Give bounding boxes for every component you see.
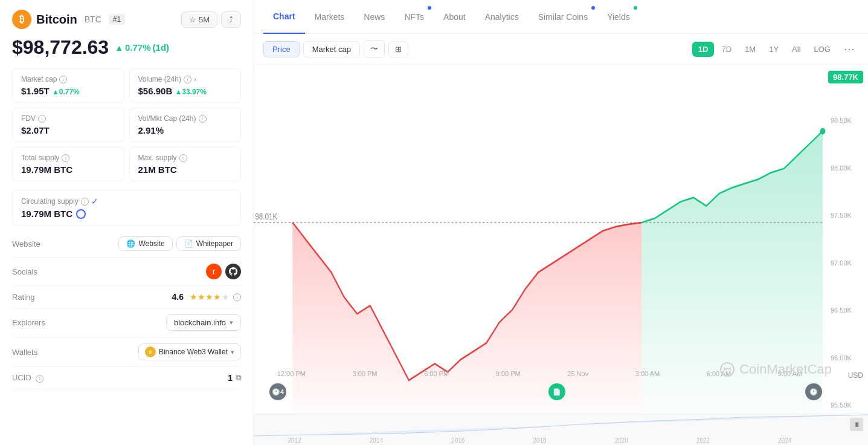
tab-yields[interactable]: Yields xyxy=(597,0,640,34)
candle-chart-button[interactable]: ⊞ xyxy=(388,41,408,57)
rating-info-icon[interactable]: i xyxy=(233,293,241,301)
market-cap-value: $1.95T ▲0.77% xyxy=(21,86,115,96)
volume-arrow-icon[interactable]: › xyxy=(194,76,196,83)
time-7d-button[interactable]: 7D xyxy=(715,42,738,57)
price-change: ▲ 0.77% (1d) xyxy=(115,42,169,53)
tab-news[interactable]: News xyxy=(354,0,394,34)
time-log-button[interactable]: LOG xyxy=(808,42,837,57)
mini-x-2024: 2024 xyxy=(778,437,791,444)
mini-chart-x-axis: 2012 2014 2016 2018 2020 2022 2024 xyxy=(254,436,826,445)
tab-similar-coins[interactable]: Similar Coins xyxy=(529,0,597,34)
tab-about[interactable]: About xyxy=(434,0,475,34)
globe-icon: 🌐 xyxy=(126,239,135,248)
ucid-value: 1 ⧉ xyxy=(228,373,241,383)
mini-chart-svg xyxy=(254,414,868,437)
explorers-row: Explorers blockchain.info ▾ xyxy=(12,308,241,337)
wallet-select[interactable]: B Binance Web3 Wallet ▾ xyxy=(138,343,241,360)
fdv-info-icon[interactable]: i xyxy=(38,115,46,123)
total-supply-value: 19.79M BTC xyxy=(21,164,115,175)
explorer-dropdown[interactable]: blockchain.info ▾ xyxy=(166,314,241,331)
rating-row: Rating 4.6 ★★★★★ i xyxy=(12,286,241,308)
svg-text:98.01K: 98.01K xyxy=(255,211,277,221)
mini-x-2014: 2014 xyxy=(370,437,383,444)
line-chart-icon: 〜 xyxy=(370,44,378,54)
mini-x-2018: 2018 xyxy=(533,437,546,444)
document-icon: 📄 xyxy=(553,388,561,396)
ucid-info-icon[interactable]: i xyxy=(36,375,43,383)
pause-button[interactable]: ⏸ xyxy=(850,418,863,431)
reddit-icon[interactable]: r xyxy=(206,264,222,279)
x-label-2: 3:00 PM xyxy=(353,370,378,377)
watermark: CoinMarketCap xyxy=(720,362,832,377)
wallets-label: Wallets xyxy=(12,348,37,357)
explorers-label: Explorers xyxy=(12,318,45,327)
chart-y-axis: 98.77K 98.50K 98.00K 97.50K 97.00K 96.50… xyxy=(826,65,868,414)
socials-row: Socials r xyxy=(12,258,241,286)
circle-progress-icon xyxy=(76,209,86,219)
chart-controls: Price Market cap 〜 ⊞ 1D 7D 1M 1Y All LOG… xyxy=(254,34,868,65)
max-supply-info-icon[interactable]: i xyxy=(179,154,187,162)
social-icons: r xyxy=(206,264,241,279)
tab-nfts[interactable]: NFTs xyxy=(394,0,434,34)
tab-analytics[interactable]: Analytics xyxy=(475,0,529,34)
rating-value: 4.6 ★★★★★ i xyxy=(172,292,241,302)
time-1d-button[interactable]: 1D xyxy=(692,42,715,57)
tab-markets[interactable]: Markets xyxy=(305,0,355,34)
star-icon: ☆ xyxy=(189,15,196,24)
time-all-button[interactable]: All xyxy=(786,42,806,57)
usd-label: USD xyxy=(848,371,863,380)
circ-supply-value: 19.79M BTC xyxy=(21,209,232,219)
svg-point-2 xyxy=(820,128,826,134)
website-button[interactable]: 🌐 Website xyxy=(118,236,172,251)
website-label: Website xyxy=(12,239,40,248)
price-button[interactable]: Price xyxy=(263,41,300,57)
annotation-4[interactable]: 🕐 4 xyxy=(269,383,286,400)
whitepaper-button[interactable]: 📄 Whitepaper xyxy=(176,236,241,251)
tabs-bar: Chart Markets News NFTs About Analytics … xyxy=(254,0,868,34)
right-panel: Chart Markets News NFTs About Analytics … xyxy=(254,0,868,445)
document-icon: 📄 xyxy=(184,239,193,248)
more-options-button[interactable]: ⋯ xyxy=(840,42,858,56)
socials-label: Socials xyxy=(12,267,37,276)
volume-info-icon[interactable]: i xyxy=(184,76,191,83)
arrow-up-icon: ▲ xyxy=(115,43,123,53)
ucid-row: UCID i 1 ⧉ xyxy=(12,367,241,389)
total-supply-label: Total supply i xyxy=(21,154,115,162)
mini-x-2022: 2022 xyxy=(696,437,710,444)
y-label-2: 98.50K xyxy=(831,117,863,124)
x-label-4: 9:00 PM xyxy=(496,370,521,377)
y-label-8: 95.50K xyxy=(831,401,863,409)
mini-x-2020: 2020 xyxy=(615,437,628,444)
annotation-doc[interactable]: 📄 xyxy=(548,383,565,400)
total-supply-card: Total supply i 19.79M BTC xyxy=(12,147,124,181)
total-supply-info-icon[interactable]: i xyxy=(62,154,69,162)
y-label-4: 97.50K xyxy=(831,212,863,219)
github-icon[interactable] xyxy=(225,264,241,279)
line-chart-button[interactable]: 〜 xyxy=(364,40,385,58)
wallet-logo: B xyxy=(145,346,156,357)
current-price: $98,772.63 xyxy=(12,36,109,59)
time-1y-button[interactable]: 1Y xyxy=(763,42,785,57)
circ-supply-info-icon[interactable]: i xyxy=(81,198,89,206)
stats-grid: Market cap i $1.95T ▲0.77% Volume (24h) … xyxy=(12,68,241,181)
vol-mkt-label: Vol/Mkt Cap (24h) i xyxy=(138,114,233,123)
share-button[interactable]: ⤴ xyxy=(221,11,241,28)
market-cap-button[interactable]: Market cap xyxy=(303,41,360,57)
volume-card: Volume (24h) i › $56.90B ▲33.97% xyxy=(129,68,242,103)
share-icon: ⤴ xyxy=(229,15,233,24)
market-cap-info-icon[interactable]: i xyxy=(59,76,67,83)
coin-name: Bitcoin xyxy=(36,13,77,27)
time-1m-button[interactable]: 1M xyxy=(739,42,762,57)
annotation-clock-right[interactable]: 🕐 xyxy=(805,383,822,400)
pause-icon: ⏸ xyxy=(854,421,860,428)
y-label-3: 98.00K xyxy=(831,164,863,172)
copy-icon[interactable]: ⧉ xyxy=(236,373,241,383)
website-row: Website 🌐 Website 📄 Whitepaper xyxy=(12,230,241,258)
watchlist-button[interactable]: ☆ 5M xyxy=(181,11,217,28)
wallets-row: Wallets B Binance Web3 Wallet ▾ xyxy=(12,337,241,367)
explorer-select[interactable]: blockchain.info ▾ xyxy=(166,314,241,331)
verified-icon: ✓ xyxy=(91,197,98,206)
fdv-value: $2.07T xyxy=(21,125,115,135)
tab-chart[interactable]: Chart xyxy=(263,0,305,34)
vol-mkt-info-icon[interactable]: i xyxy=(199,115,207,123)
